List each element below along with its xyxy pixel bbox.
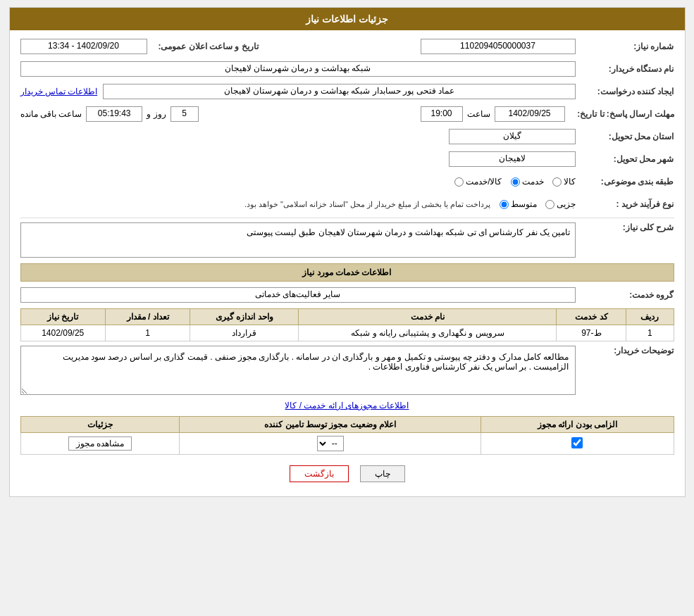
buyer-notes-label: توضیحات خریدار: bbox=[576, 346, 674, 356]
category-option-kala-khedmat[interactable]: کالا/خدمت bbox=[454, 177, 502, 187]
buyer-notes-textarea[interactable] bbox=[20, 346, 576, 395]
deadline-date: 1402/09/25 bbox=[495, 106, 565, 122]
category-label-kala: کالا bbox=[564, 177, 576, 187]
back-button[interactable]: بازگشت bbox=[290, 465, 349, 482]
service-group-label: گروه خدمت: bbox=[576, 290, 674, 300]
city-value: لاهیجان bbox=[449, 151, 576, 167]
province-label: استان محل تحویل: bbox=[576, 132, 674, 142]
category-option-khedmat[interactable]: خدمت bbox=[511, 177, 544, 187]
license-status-cell: -- bbox=[180, 433, 481, 455]
need-number-value: 1102094050000037 bbox=[421, 39, 576, 54]
license-required-cell bbox=[481, 433, 674, 455]
city-row: شهر محل تحویل: لاهیجان bbox=[20, 150, 674, 168]
need-desc-textarea[interactable] bbox=[20, 222, 576, 258]
category-radio-khedmat[interactable] bbox=[511, 177, 520, 187]
purchase-type-radio-motavaset[interactable] bbox=[500, 200, 509, 209]
announce-label: تاریخ و ساعت اعلان عمومی: bbox=[153, 42, 259, 51]
col-header-name: نام خدمت bbox=[299, 309, 557, 325]
category-option-kala[interactable]: کالا bbox=[552, 177, 576, 187]
license-col-required: الزامی بودن ارائه مجوز bbox=[481, 417, 674, 433]
purchase-type-jozi[interactable]: جزیی bbox=[545, 199, 576, 209]
category-radio-kala[interactable] bbox=[552, 177, 562, 187]
purchase-type-label-motavaset: متوسط bbox=[511, 199, 537, 209]
announce-value: 1402/09/20 - 13:34 bbox=[20, 39, 147, 54]
col-header-row: ردیف bbox=[626, 309, 674, 325]
purchase-type-radio-jozi[interactable] bbox=[545, 200, 554, 209]
buyer-org-row: نام دستگاه خریدار: شبکه بهداشت و درمان ش… bbox=[20, 60, 674, 78]
page-container: جزئیات اطلاعات نیاز شماره نیاز: 11020940… bbox=[9, 7, 686, 497]
deadline-label: مهلت ارسال پاسخ: تا تاریخ: bbox=[565, 109, 674, 119]
deadline-remaining: 05:19:43 bbox=[86, 106, 142, 122]
buyer-notes-row: توضیحات خریدار: bbox=[20, 346, 674, 395]
deadline-time: 19:00 bbox=[421, 106, 463, 122]
deadline-days-label: روز و bbox=[147, 109, 166, 119]
service-group-row: گروه خدمت: سایر فعالیت‌های خدماتی bbox=[20, 286, 674, 304]
creator-value: عماد فتحی پور حسابدار شبکه بهداشت و درما… bbox=[103, 84, 575, 99]
need-desc-label: شرح کلی نیاز: bbox=[576, 222, 674, 232]
need-desc-row: شرح کلی نیاز: bbox=[20, 222, 674, 258]
license-col-details: جزئیات bbox=[20, 417, 180, 433]
col-header-qty: تعداد / مقدار bbox=[105, 309, 190, 325]
city-label: شهر محل تحویل: bbox=[576, 154, 674, 164]
col-header-unit: واحد اندازه گیری bbox=[190, 309, 299, 325]
cell-name: سرویس و نگهداری و پشتیبانی رایانه و شبکه bbox=[299, 325, 557, 341]
province-value: گیلان bbox=[449, 129, 576, 144]
need-number-label: شماره نیاز: bbox=[576, 42, 674, 51]
deadline-remaining-label: ساعت باقی مانده bbox=[20, 109, 82, 119]
category-label: طبقه بندی موضوعی: bbox=[576, 177, 674, 187]
cell-qty: 1 bbox=[105, 325, 190, 341]
col-header-date: تاریخ نیاز bbox=[20, 309, 105, 325]
deadline-row: مهلت ارسال پاسخ: تا تاریخ: 1402/09/25 سا… bbox=[20, 105, 674, 123]
service-info-header: اطلاعات خدمات مورد نیاز bbox=[20, 263, 674, 282]
purchase-type-motavaset[interactable]: متوسط bbox=[500, 199, 537, 209]
cell-row: 1 bbox=[626, 325, 674, 341]
service-group-value: سایر فعالیت‌های خدماتی bbox=[20, 287, 576, 303]
deadline-time-label: ساعت bbox=[467, 109, 490, 119]
creator-contact-link[interactable]: اطلاعات تماس خریدار bbox=[20, 87, 98, 96]
deadline-days: 5 bbox=[171, 106, 199, 122]
col-header-code: کد خدمت bbox=[557, 309, 626, 325]
main-content: شماره نیاز: 1102094050000037 تاریخ و ساع… bbox=[10, 30, 685, 496]
table-row: 1 ط-97 سرویس و نگهداری و پشتیبانی رایانه… bbox=[20, 325, 674, 341]
footer-buttons: چاپ بازگشت bbox=[20, 465, 674, 482]
license-col-status: اعلام وضعیت مجوز توسط تامین کننده bbox=[180, 417, 481, 433]
service-table: ردیف کد خدمت نام خدمت واحد اندازه گیری ت… bbox=[20, 308, 674, 341]
cell-unit: قرارداد bbox=[190, 325, 299, 341]
license-status-select[interactable]: -- bbox=[317, 436, 344, 451]
license-table-row: -- مشاهده مجوز bbox=[20, 433, 674, 455]
creator-label: ایجاد کننده درخواست: bbox=[576, 87, 674, 96]
print-button[interactable]: چاپ bbox=[360, 465, 405, 482]
page-header: جزئیات اطلاعات نیاز bbox=[10, 8, 685, 30]
cell-code: ط-97 bbox=[557, 325, 626, 341]
purchase-type-label-jozi: جزیی bbox=[557, 199, 576, 209]
license-section-link[interactable]: اطلاعات مجوزهای ارائه خدمت / کالا bbox=[20, 401, 674, 410]
license-view-button[interactable]: مشاهده مجوز bbox=[68, 436, 132, 451]
purchase-type-note: پرداخت تمام یا بخشی از مبلغ خریدار از مح… bbox=[244, 200, 491, 209]
category-label-khedmat: خدمت bbox=[522, 177, 544, 187]
purchase-type-radio-group: متوسط جزیی bbox=[500, 199, 576, 209]
page-title: جزئیات اطلاعات نیاز bbox=[306, 13, 388, 25]
buyer-org-label: نام دستگاه خریدار: bbox=[576, 64, 674, 74]
creator-row: ایجاد کننده درخواست: عماد فتحی پور حسابد… bbox=[20, 82, 674, 101]
category-radio-group: کالا/خدمت خدمت کالا bbox=[454, 177, 575, 187]
license-table: الزامی بودن ارائه مجوز اعلام وضعیت مجوز … bbox=[20, 416, 674, 455]
category-row: طبقه بندی موضوعی: کالا/خدمت خدمت کالا bbox=[20, 172, 674, 191]
license-details-cell: مشاهده مجوز bbox=[20, 433, 180, 455]
province-row: استان محل تحویل: گیلان bbox=[20, 127, 674, 146]
category-label-kala-khedmat: کالا/خدمت bbox=[466, 177, 502, 187]
category-radio-kala-khedmat[interactable] bbox=[454, 177, 464, 187]
cell-date: 1402/09/25 bbox=[20, 325, 105, 341]
divider-1 bbox=[20, 218, 674, 218]
buyer-org-value: شبکه بهداشت و درمان شهرستان لاهیجان bbox=[20, 61, 576, 77]
license-required-checkbox[interactable] bbox=[571, 437, 583, 448]
need-number-row: شماره نیاز: 1102094050000037 تاریخ و ساع… bbox=[20, 37, 674, 56]
purchase-type-label: نوع فرآیند خرید : bbox=[576, 199, 674, 209]
purchase-type-row: نوع فرآیند خرید : متوسط جزیی پرداخت تمام… bbox=[20, 195, 674, 213]
